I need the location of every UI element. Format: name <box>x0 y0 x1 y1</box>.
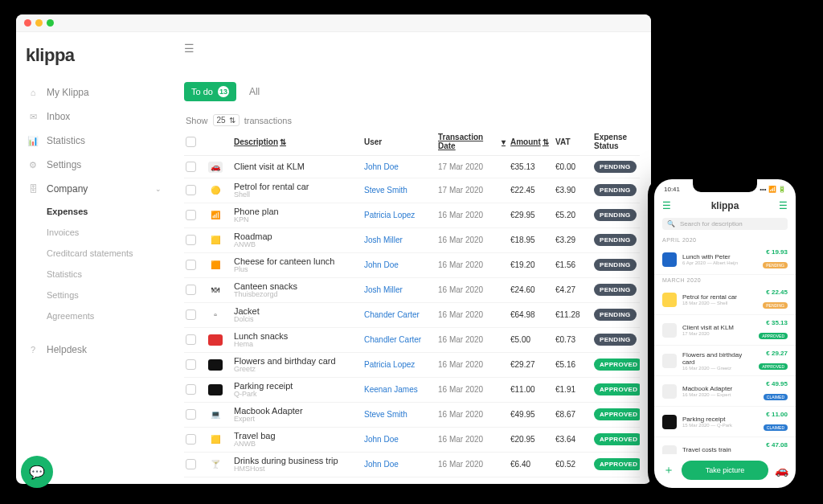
sidebar-item-inbox[interactable]: ✉Inbox <box>16 104 173 129</box>
row-user[interactable]: Keenan James <box>364 385 433 394</box>
phone-status-badge: APPROVED <box>759 333 788 339</box>
phone-list-item[interactable]: Flowers and birthday card 16 Mar 2020 — … <box>654 346 796 376</box>
row-user[interactable]: John Doe <box>364 162 433 171</box>
row-date: 16 Mar 2020 <box>438 435 506 444</box>
table-row[interactable]: 💻 Macbook AdapterExpert Steve Smith 16 M… <box>184 403 640 428</box>
table-row[interactable]: 🟨 RoadmapANWB Josh Miller 16 Mar 2020 €1… <box>184 228 640 253</box>
col-status[interactable]: Expense Status <box>594 133 640 150</box>
row-checkbox[interactable] <box>186 409 196 420</box>
page-size-select[interactable]: 25⇅ <box>213 114 240 126</box>
row-checkbox[interactable] <box>186 260 196 270</box>
table-row[interactable]: 🟨 Travel bagANWB John Doe 16 Mar 2020 €2… <box>184 428 640 453</box>
row-amount: €64.98 <box>510 310 551 319</box>
row-user[interactable]: Patricia Lopez <box>364 211 433 219</box>
sidebar-item-statistics[interactable]: 📊Statistics <box>16 129 173 153</box>
phone-list-item[interactable]: Macbook Adapter 16 Mar 2020 — Expert € 4… <box>654 376 796 407</box>
row-subtitle: Q-Park <box>234 391 359 399</box>
phone-menu-icon[interactable]: ☰ <box>662 200 671 211</box>
row-checkbox[interactable] <box>186 210 196 220</box>
sidebar-item-company[interactable]: 🗄Company⌄ <box>16 177 173 201</box>
phone-list-item[interactable]: Travel costs train 14 Mar 2020 — NS Reiz… <box>654 437 796 454</box>
sort-desc-icon: ▾ <box>502 137 506 146</box>
row-checkbox[interactable] <box>186 235 196 245</box>
phone-list-item[interactable]: Parking receipt 15 Mar 2020 — Q-Park € 1… <box>654 407 796 437</box>
table-row[interactable]: Lunch snacksHema Chandler Carter 16 Mar … <box>184 328 640 353</box>
phone-menu-icon-right[interactable]: ☰ <box>779 200 788 211</box>
row-title: Client visit at KLM <box>234 162 359 171</box>
phone-list-item[interactable]: Petrol for rental car 18 Mar 2020 — Shel… <box>654 285 796 315</box>
table-row[interactable]: 🍽 Canteen snacksThuisbezorgd Josh Miller… <box>184 278 640 303</box>
merchant-icon: 🟨 <box>208 235 223 246</box>
status-badge: APPROVED <box>594 359 640 371</box>
row-user[interactable]: John Doe <box>364 460 433 469</box>
phone-item-title: Travel costs train <box>682 446 759 453</box>
row-user[interactable]: Patricia Lopez <box>364 360 433 369</box>
row-checkbox[interactable] <box>186 162 196 172</box>
col-user[interactable]: User <box>364 137 433 146</box>
row-checkbox[interactable] <box>186 434 196 445</box>
row-amount: €19.20 <box>510 260 551 269</box>
phone-search[interactable]: 🔍 Search for description <box>662 218 788 230</box>
status-badge: PENDING <box>594 334 637 346</box>
sidebar-item-settings[interactable]: ⚙Settings <box>16 153 173 177</box>
row-user[interactable]: John Doe <box>364 435 433 444</box>
table-row[interactable]: 📶 Phone planKPN Patricia Lopez 16 Mar 20… <box>184 203 640 228</box>
sidebar-subitem-agreements[interactable]: Agreements <box>47 305 173 326</box>
sidebar-subitem-invoices[interactable]: Invoices <box>47 222 173 243</box>
sidebar-item-my-klippa[interactable]: ⌂My Klippa <box>16 80 173 104</box>
phone-list-item[interactable]: Client visit at KLM 17 Mar 2020 € 35.13 … <box>654 315 796 346</box>
row-user[interactable]: Josh Miller <box>364 236 433 244</box>
sidebar-subitem-expenses[interactable]: Expenses <box>47 201 173 222</box>
close-icon[interactable] <box>24 19 31 27</box>
row-checkbox[interactable] <box>186 359 196 370</box>
row-user[interactable]: Josh Miller <box>364 285 433 294</box>
row-user[interactable]: Chander Carter <box>364 310 433 319</box>
row-checkbox[interactable] <box>186 459 196 469</box>
merchant-icon: 💻 <box>208 409 223 420</box>
row-checkbox[interactable] <box>186 185 196 195</box>
sidebar-subitem-statistics[interactable]: Statistics <box>47 264 173 285</box>
battery-icon: ••• 📶 🔋 <box>760 186 786 193</box>
take-picture-button[interactable]: Take picture <box>682 461 768 480</box>
table-row[interactable]: 🟧 Cheese for canteen lunchPlus John Doe … <box>184 253 640 278</box>
phone-list-item[interactable]: Lunch with Peter 6 Apr 2020 — Albert Hei… <box>654 244 796 275</box>
row-user[interactable]: Chandler Carter <box>364 335 433 344</box>
nav-icon: ⚙ <box>27 160 39 170</box>
row-subtitle: KPN <box>234 216 359 224</box>
select-all-checkbox[interactable] <box>186 137 196 147</box>
table-row[interactable]: ▫ JacketDolcis Chander Carter 16 Mar 202… <box>184 303 640 328</box>
row-checkbox[interactable] <box>186 309 196 320</box>
hamburger-icon[interactable]: ☰ <box>184 42 194 55</box>
sidebar-subitem-creditcard-statements[interactable]: Creditcard statements <box>47 243 173 264</box>
merchant-icon: 🍸 <box>208 459 223 470</box>
filter-all[interactable]: All <box>244 82 264 101</box>
row-checkbox[interactable] <box>186 384 196 395</box>
col-description[interactable]: Description⇅ <box>234 137 359 146</box>
table-row[interactable]: 🚗 Client visit at KLM John Doe 17 Mar 20… <box>184 156 640 178</box>
table-row[interactable]: 🍸 Drinks during business tripHMSHost Joh… <box>184 453 640 477</box>
sidebar-item-helpdesk[interactable]: ? Helpdesk <box>16 338 173 362</box>
maximize-icon[interactable] <box>47 19 54 27</box>
sidebar-subitem-settings[interactable]: Settings <box>47 285 173 305</box>
col-vat[interactable]: VAT <box>555 137 589 146</box>
chat-fab[interactable]: 💬 <box>21 456 53 488</box>
col-date[interactable]: Transaction Date▾ <box>438 133 506 150</box>
table-row[interactable]: Parking receiptQ-Park Keenan James 16 Ma… <box>184 378 640 403</box>
status-badge: APPROVED <box>594 458 640 470</box>
merchant-icon <box>208 359 223 371</box>
status-badge: PENDING <box>594 234 637 246</box>
row-user[interactable]: Steve Smith <box>364 410 433 419</box>
row-checkbox[interactable] <box>186 285 196 295</box>
row-user[interactable]: John Doe <box>364 260 433 269</box>
phone-car-icon[interactable]: 🚗 <box>775 464 788 477</box>
col-amount[interactable]: Amount⇅ <box>510 137 551 146</box>
table-row[interactable]: Flowers and birthday cardGreetz Patricia… <box>184 353 640 378</box>
phone-add-icon[interactable]: ＋ <box>662 463 675 477</box>
table-row[interactable]: 🟡 Petrol for rental carShell Steve Smith… <box>184 178 640 203</box>
filter-todo[interactable]: To do 13 <box>184 82 236 101</box>
row-checkbox[interactable] <box>186 334 196 345</box>
row-user[interactable]: Steve Smith <box>364 186 433 195</box>
status-badge: PENDING <box>594 259 637 271</box>
minimize-icon[interactable] <box>35 19 43 27</box>
sidebar-item-label: Helpdesk <box>47 344 87 355</box>
